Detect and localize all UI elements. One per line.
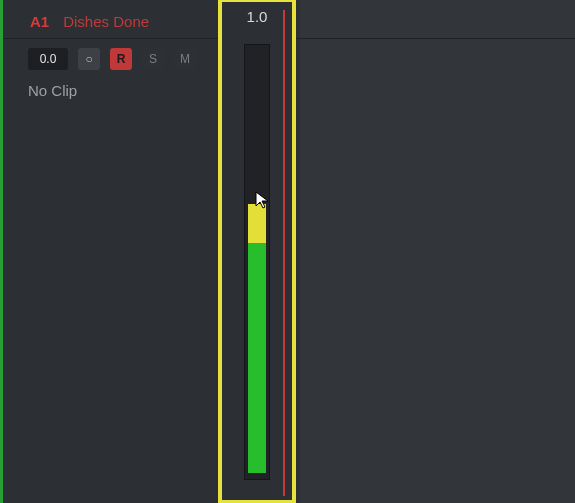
track-color-stripe	[0, 0, 3, 503]
track-header: A1 Dishes Done	[30, 6, 149, 36]
meter-column-highlight: 1.0	[222, 2, 292, 500]
record-arm-button[interactable]: R	[110, 48, 132, 70]
clip-status-label: No Clip	[28, 82, 77, 99]
meter-level-green	[248, 243, 266, 473]
right-panel-bg	[300, 0, 575, 503]
link-button[interactable]: ○	[78, 48, 100, 70]
track-id: A1	[30, 13, 49, 30]
solo-button[interactable]: S	[142, 48, 164, 70]
track-toolbar: 0.0 ○ R S M	[28, 44, 196, 74]
track-name[interactable]: Dishes Done	[63, 13, 149, 30]
fader-value-readout[interactable]: 1.0	[222, 8, 292, 25]
mute-button[interactable]: M	[174, 48, 196, 70]
volume-db-readout[interactable]: 0.0	[28, 48, 68, 70]
meter-level-yellow	[248, 204, 266, 243]
level-meter[interactable]	[244, 44, 270, 480]
peak-line	[283, 10, 285, 496]
